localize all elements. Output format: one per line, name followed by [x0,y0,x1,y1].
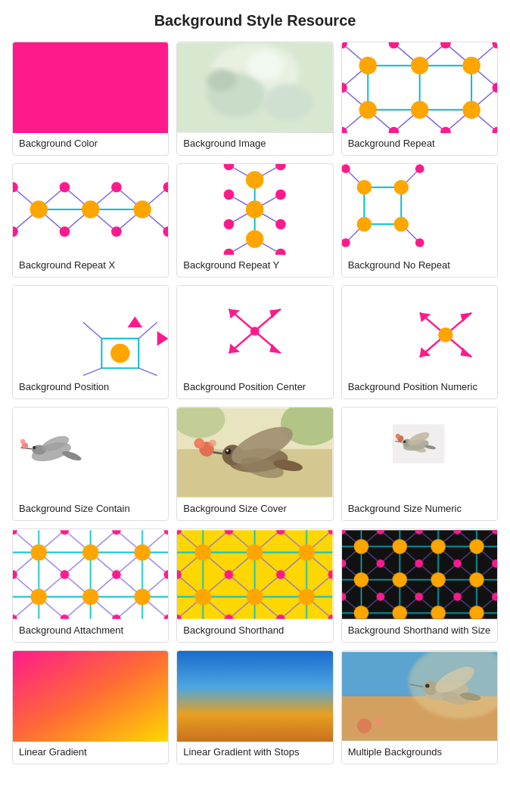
label-multiple-backgrounds: Multiple Backgrounds [342,742,497,764]
svg-point-4 [247,51,285,80]
preview-bg-size-numeric [342,408,497,498]
card-bg-size-contain[interactable]: Background Size Contain [12,407,169,521]
svg-rect-131 [342,287,497,375]
svg-point-106 [415,164,424,173]
label-bg-color: Background Color [13,133,168,155]
svg-rect-220 [342,530,497,618]
svg-point-5 [207,70,236,91]
label-bg-repeat: Background Repeat [342,133,497,155]
svg-point-102 [393,180,409,195]
svg-point-33 [411,101,428,119]
preview-bg-image [177,42,332,133]
svg-point-104 [393,217,409,232]
label-bg-attachment: Background Attachment [13,620,168,642]
svg-point-62 [133,200,151,218]
preview-bg-position-center [177,286,332,377]
svg-point-3 [263,84,314,121]
card-bg-repeat-y[interactable]: Background Repeat Y [176,163,333,277]
svg-rect-205 [177,530,332,618]
label-bg-position: Background Position [13,377,168,398]
svg-rect-109 [13,287,168,375]
preview-bg-size-cover [177,408,332,498]
label-bg-no-repeat: Background No Repeat [342,255,497,277]
svg-point-130 [250,327,260,336]
svg-point-66 [60,226,70,237]
svg-point-87 [275,190,286,200]
preview-bg-shorthand-size [342,529,497,620]
card-bg-size-cover[interactable]: Background Size Cover [176,407,333,521]
svg-point-147 [33,446,36,449]
svg-point-164 [209,439,216,447]
preview-bg-shorthand [177,529,332,620]
svg-point-67 [111,182,122,193]
card-linear-gradient[interactable]: Linear Gradient [12,650,169,764]
label-linear-gradient: Linear Gradient [13,742,168,764]
card-bg-repeat-x[interactable]: Background Repeat X [12,163,169,277]
card-bg-shorthand-size[interactable]: Background Shorthand with Size [341,528,498,643]
svg-point-175 [395,434,400,439]
svg-point-118 [110,344,129,363]
label-bg-position-center: Background Position Center [177,377,332,398]
card-bg-shorthand[interactable]: Background Shorthand [176,528,333,643]
svg-point-68 [111,226,122,237]
label-bg-shorthand-size: Background Shorthand with Size [342,620,497,642]
label-bg-shorthand: Background Shorthand [177,620,332,642]
svg-point-31 [462,57,480,74]
label-bg-image: Background Image [177,133,332,155]
card-linear-gradient-stops[interactable]: Linear Gradient with Stops [176,650,333,764]
svg-point-29 [359,57,376,74]
label-bg-repeat-y: Background Repeat Y [177,255,332,277]
preview-bg-no-repeat [342,164,497,255]
preview-bg-repeat [342,42,497,133]
preview-bg-color [13,42,168,133]
svg-point-89 [275,219,286,230]
preview-linear-gradient-stops [177,651,332,742]
card-grid: Background Color Background Image [12,42,498,764]
svg-point-81 [246,171,263,188]
card-bg-repeat[interactable]: Background Repeat [341,42,498,156]
preview-bg-repeat-x [13,164,168,255]
label-bg-position-numeric: Background Position Numeric [342,377,497,398]
svg-point-65 [60,182,70,193]
card-bg-color[interactable]: Background Color [12,42,169,156]
svg-point-163 [194,438,205,448]
card-bg-no-repeat[interactable]: Background No Repeat [341,163,498,277]
svg-point-232 [356,718,372,733]
preview-bg-repeat-y [177,164,332,255]
svg-point-83 [246,230,263,247]
svg-point-149 [20,439,25,444]
page-title: Background Style Resource [12,12,498,29]
svg-point-32 [359,101,376,119]
svg-rect-190 [13,530,168,618]
card-bg-position-center[interactable]: Background Position Center [176,285,333,399]
svg-point-108 [415,238,424,247]
card-bg-image[interactable]: Background Image [176,42,333,156]
svg-point-101 [356,180,372,195]
svg-point-231 [425,683,429,687]
svg-point-34 [462,101,480,119]
svg-point-233 [374,717,384,727]
svg-point-86 [224,190,235,200]
svg-point-173 [403,441,406,443]
preview-bg-size-contain [13,408,168,498]
svg-point-61 [82,200,99,218]
svg-point-82 [246,200,263,218]
svg-point-60 [30,200,47,218]
svg-point-140 [438,327,453,342]
preview-bg-attachment [13,529,168,620]
card-bg-position-numeric[interactable]: Background Position Numeric [341,285,498,399]
card-bg-attachment[interactable]: Background Attachment [12,528,169,643]
preview-multiple-backgrounds [342,651,497,742]
svg-point-161 [226,450,229,452]
preview-bg-position [13,286,168,377]
card-multiple-backgrounds[interactable]: Multiple Backgrounds [341,650,498,764]
label-bg-size-cover: Background Size Cover [177,498,332,520]
card-bg-position[interactable]: Background Position [12,285,169,399]
svg-point-103 [356,217,372,232]
svg-point-30 [411,57,428,74]
preview-bg-position-numeric [342,286,497,377]
label-bg-repeat-x: Background Repeat X [13,255,168,277]
card-bg-size-numeric[interactable]: Background Size Numeric [341,407,498,521]
label-linear-gradient-stops: Linear Gradient with Stops [177,742,332,764]
label-bg-size-numeric: Background Size Numeric [342,498,497,520]
